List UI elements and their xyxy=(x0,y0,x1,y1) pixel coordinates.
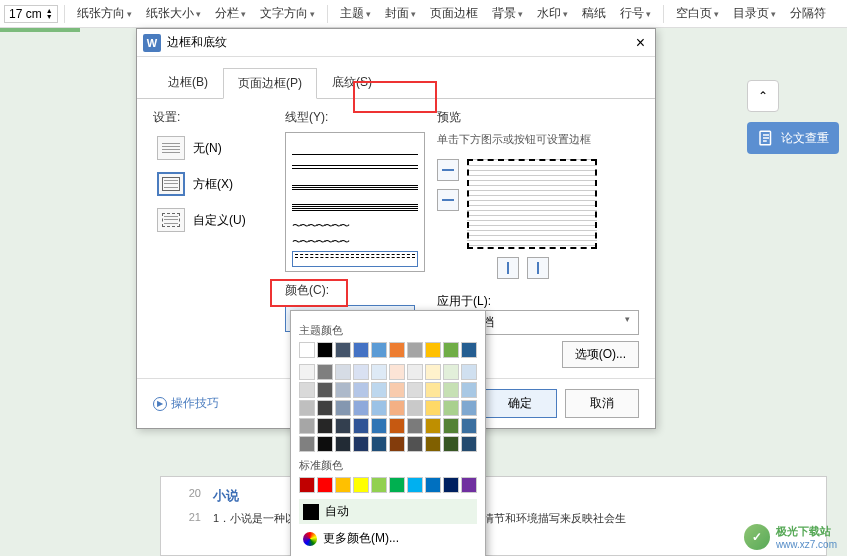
color-swatch[interactable] xyxy=(425,436,441,452)
blank-page[interactable]: 空白页▾ xyxy=(670,3,725,24)
color-swatch[interactable] xyxy=(299,364,315,380)
color-swatch[interactable] xyxy=(371,436,387,452)
color-swatch[interactable] xyxy=(299,477,315,493)
more-colors-option[interactable]: 更多颜色(M)... xyxy=(299,526,477,551)
page-size[interactable]: 纸张大小▾ xyxy=(140,3,207,24)
thesis-check-button[interactable]: 论文查重 xyxy=(747,122,839,154)
color-swatch[interactable] xyxy=(443,400,459,416)
color-swatch[interactable] xyxy=(425,364,441,380)
color-swatch[interactable] xyxy=(425,342,441,358)
color-swatch[interactable] xyxy=(335,477,351,493)
color-swatch[interactable] xyxy=(335,382,351,398)
color-swatch[interactable] xyxy=(407,364,423,380)
tab-page-border[interactable]: 页面边框(P) xyxy=(223,68,317,99)
line-style-double[interactable] xyxy=(292,159,418,175)
edge-bottom-button[interactable] xyxy=(437,189,459,211)
color-swatch[interactable] xyxy=(317,418,333,434)
theme[interactable]: 主题▾ xyxy=(334,3,377,24)
color-swatch[interactable] xyxy=(425,400,441,416)
preview-page[interactable] xyxy=(467,159,597,249)
edge-top-button[interactable] xyxy=(437,159,459,181)
color-swatch[interactable] xyxy=(461,400,477,416)
color-swatch[interactable] xyxy=(407,382,423,398)
color-swatch[interactable] xyxy=(299,436,315,452)
color-swatch[interactable] xyxy=(371,364,387,380)
manuscript-paper[interactable]: 稿纸 xyxy=(576,3,612,24)
background[interactable]: 背景▾ xyxy=(486,3,529,24)
line-style-triple2[interactable] xyxy=(292,199,418,215)
color-swatch[interactable] xyxy=(353,418,369,434)
color-swatch[interactable] xyxy=(443,418,459,434)
setting-custom[interactable]: 自定义(U) xyxy=(153,204,273,236)
color-swatch[interactable] xyxy=(389,418,405,434)
color-swatch[interactable] xyxy=(389,436,405,452)
color-swatch[interactable] xyxy=(317,400,333,416)
color-swatch[interactable] xyxy=(443,382,459,398)
color-swatch[interactable] xyxy=(335,364,351,380)
color-swatch[interactable] xyxy=(389,382,405,398)
setting-none[interactable]: 无(N) xyxy=(153,132,273,164)
watermark[interactable]: 水印▾ xyxy=(531,3,574,24)
line-number[interactable]: 行号▾ xyxy=(614,3,657,24)
color-swatch[interactable] xyxy=(389,477,405,493)
text-direction[interactable]: 文字方向▾ xyxy=(254,3,321,24)
color-swatch[interactable] xyxy=(299,400,315,416)
color-swatch[interactable] xyxy=(425,382,441,398)
color-swatch[interactable] xyxy=(353,477,369,493)
color-swatch[interactable] xyxy=(443,364,459,380)
line-style-wavy2[interactable] xyxy=(292,235,418,247)
toc-page[interactable]: 目录页▾ xyxy=(727,3,782,24)
page-border[interactable]: 页面边框 xyxy=(424,3,484,24)
color-swatch[interactable] xyxy=(353,342,369,358)
line-style-triple[interactable] xyxy=(292,179,418,195)
operation-tips-link[interactable]: ▶ 操作技巧 xyxy=(153,395,219,412)
color-swatch[interactable] xyxy=(371,400,387,416)
collapse-panel-button[interactable]: ⌃ xyxy=(747,80,779,112)
color-swatch[interactable] xyxy=(461,477,477,493)
color-swatch[interactable] xyxy=(461,364,477,380)
dialog-titlebar[interactable]: W 边框和底纹 × xyxy=(137,29,655,57)
color-swatch[interactable] xyxy=(461,342,477,358)
color-swatch[interactable] xyxy=(407,477,423,493)
heading-text[interactable]: 小说 xyxy=(213,487,239,505)
auto-color-option[interactable]: 自动 xyxy=(299,499,477,524)
ok-button[interactable]: 确定 xyxy=(483,389,557,418)
close-icon[interactable]: × xyxy=(632,34,649,52)
line-style-dashed-selected[interactable] xyxy=(292,251,418,267)
color-swatch[interactable] xyxy=(335,436,351,452)
edge-right-button[interactable] xyxy=(527,257,549,279)
color-swatch[interactable] xyxy=(353,364,369,380)
color-swatch[interactable] xyxy=(389,364,405,380)
color-swatch[interactable] xyxy=(389,400,405,416)
color-swatch[interactable] xyxy=(461,436,477,452)
linetype-listbox[interactable] xyxy=(285,132,425,272)
color-swatch[interactable] xyxy=(353,400,369,416)
page-orientation[interactable]: 纸张方向▾ xyxy=(71,3,138,24)
line-style-wavy[interactable] xyxy=(292,219,418,231)
color-swatch[interactable] xyxy=(425,477,441,493)
setting-box[interactable]: 方框(X) xyxy=(153,168,273,200)
color-swatch[interactable] xyxy=(389,342,405,358)
color-swatch[interactable] xyxy=(461,418,477,434)
color-swatch[interactable] xyxy=(299,418,315,434)
color-swatch[interactable] xyxy=(407,436,423,452)
color-swatch[interactable] xyxy=(335,342,351,358)
color-swatch[interactable] xyxy=(407,418,423,434)
color-swatch[interactable] xyxy=(317,436,333,452)
color-swatch[interactable] xyxy=(353,382,369,398)
color-swatch[interactable] xyxy=(317,382,333,398)
color-swatch[interactable] xyxy=(443,342,459,358)
options-button[interactable]: 选项(O)... xyxy=(562,341,639,368)
color-swatch[interactable] xyxy=(335,418,351,434)
color-swatch[interactable] xyxy=(317,364,333,380)
edge-left-button[interactable] xyxy=(497,257,519,279)
color-swatch[interactable] xyxy=(353,436,369,452)
color-swatch[interactable] xyxy=(335,400,351,416)
color-swatch[interactable] xyxy=(371,342,387,358)
page-size-spinner[interactable]: 17 cm ▲▼ xyxy=(4,5,58,23)
columns[interactable]: 分栏▾ xyxy=(209,3,252,24)
color-swatch[interactable] xyxy=(299,342,315,358)
color-swatch[interactable] xyxy=(407,342,423,358)
separator-menu[interactable]: 分隔符 xyxy=(784,3,832,24)
color-swatch[interactable] xyxy=(317,342,333,358)
